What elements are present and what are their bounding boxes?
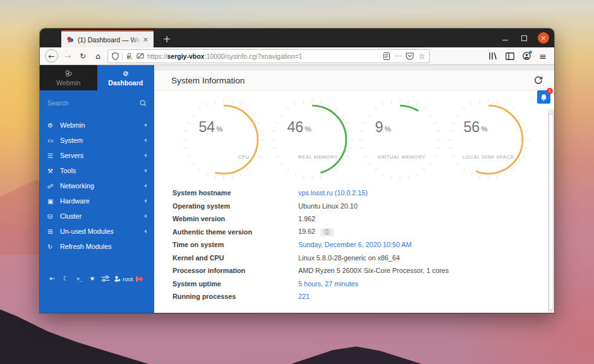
submenu-arrow-icon: [144, 154, 147, 157]
content-header: System Information: [154, 71, 554, 90]
sidebar-item-label: System: [60, 136, 144, 144]
sidebar-item-icon: ☍: [47, 183, 60, 190]
terminal-icon[interactable]: >_: [74, 274, 84, 284]
webmin-favicon-icon: [66, 36, 74, 44]
submenu-arrow-icon: [144, 214, 147, 218]
table-row: Webmin version1.962: [173, 212, 554, 226]
sidebar-item-refresh-modules[interactable]: ↻Refresh Modules: [40, 239, 154, 254]
page-actions-icon[interactable]: ⋯: [394, 52, 401, 60]
user-icon: [114, 276, 121, 282]
reader-mode-icon[interactable]: [384, 52, 390, 60]
account-icon[interactable]: [523, 52, 531, 60]
info-label: Webmin version: [173, 215, 298, 222]
browser-titlebar: (1) Dashboard — Web × + ×: [40, 28, 554, 47]
browser-window: (1) Dashboard — Web × + × ← → ↻ ⌂: [40, 28, 554, 313]
system-info-table: System hostnamevps.losst.ru (10.0.2.15)O…: [154, 181, 554, 303]
home-button[interactable]: ⌂: [92, 51, 104, 62]
tracking-shield-icon[interactable]: [112, 52, 119, 60]
table-row: Time on systemSunday, December 6, 2020 1…: [173, 238, 554, 252]
sidebar-item-icon: ▣: [47, 198, 60, 205]
tab-webmin[interactable]: Webmin: [40, 65, 97, 90]
notifications-button[interactable]: 1: [537, 90, 550, 104]
sidebar-item-label: Refresh Modules: [60, 243, 147, 250]
sidebar-item-label: Hardware: [60, 197, 144, 205]
logout-icon[interactable]: [136, 276, 144, 282]
sidebar-item-networking[interactable]: ☍Networking: [40, 178, 154, 193]
sidebar-footer: ⇤ ☾ >_ ★: [40, 274, 154, 284]
settings-sliders-icon[interactable]: [100, 276, 111, 282]
table-row: Operating systemUbuntu Linux 20.10: [173, 200, 554, 213]
refresh-icon[interactable]: [534, 76, 543, 85]
url-input[interactable]: https://sergiy-vbox:10000/sysinfo.cgi?xn…: [107, 49, 430, 63]
info-badge-button[interactable]: ⓘ: [320, 228, 334, 236]
close-window-icon[interactable]: ×: [538, 32, 549, 44]
browser-urlbar: ← → ↻ ⌂ https://sergiy-vbox:10000/sys: [40, 47, 554, 65]
bell-icon: [540, 94, 547, 101]
back-button[interactable]: ←: [45, 49, 58, 63]
gauge-label: VIRTUAL MEMORY: [377, 154, 426, 160]
tab-title: (1) Dashboard — Web: [78, 35, 141, 44]
gauge-cpu: 54%CPU: [182, 98, 265, 181]
info-label: Processor information: [173, 267, 298, 274]
gauge-label: REAL MEMORY: [298, 154, 338, 160]
permissions-icon[interactable]: [136, 52, 144, 59]
tab-dashboard[interactable]: ⊘ Dashboard: [97, 65, 155, 90]
table-row: System hostnamevps.losst.ru (10.0.2.15): [173, 186, 554, 200]
info-value: 1.962: [298, 215, 554, 222]
forward-button[interactable]: →: [62, 51, 73, 62]
sidebar-item-servers[interactable]: ☰Servers: [40, 148, 154, 163]
insecure-lock-icon[interactable]: [126, 52, 133, 60]
sidebar-menu: ⚙Webmin▭System☰Servers⚒Tools☍Networking▣…: [40, 118, 154, 254]
new-tab-button[interactable]: +: [160, 33, 174, 45]
gauge-arc: [278, 106, 346, 174]
reload-button[interactable]: ↻: [77, 51, 88, 62]
webmin-logo-icon: [64, 70, 73, 78]
info-value-link[interactable]: 5 hours, 27 minutes: [298, 280, 554, 288]
info-label: Operating system: [173, 202, 298, 210]
night-mode-icon[interactable]: ☾: [61, 274, 71, 284]
submenu-arrow-icon: [144, 123, 147, 127]
info-label: System hostname: [173, 189, 298, 197]
tab-close-icon[interactable]: ×: [141, 35, 150, 44]
gauge-value: 9%: [375, 119, 391, 135]
minimize-icon[interactable]: [500, 33, 510, 43]
sidebar-item-webmin[interactable]: ⚙Webmin: [40, 118, 154, 133]
sidebar-item-un-used-modules[interactable]: ⊞Un-used Modules: [40, 224, 154, 239]
info-label: Kernel and CPU: [173, 254, 298, 262]
info-value-link[interactable]: vps.losst.ru (10.0.2.15): [298, 189, 554, 197]
search-input[interactable]: [47, 99, 140, 107]
info-value-link[interactable]: Sunday, December 6, 2020 10:50 AM: [298, 241, 554, 248]
submenu-arrow-icon: [144, 199, 147, 203]
sidebars-icon[interactable]: [506, 52, 514, 60]
library-icon[interactable]: [488, 52, 497, 60]
info-value: 19.62ⓘ: [298, 228, 554, 236]
sidebar-item-label: Cluster: [60, 212, 144, 220]
table-row: Authentic theme version19.62ⓘ: [173, 226, 554, 239]
info-value: Linux 5.8.0-28-generic on x86_64: [298, 254, 554, 262]
sidebar-item-icon: ⛁: [47, 213, 60, 220]
collapse-sidebar-icon[interactable]: ⇤: [47, 274, 58, 284]
sidebar-item-hardware[interactable]: ▣Hardware: [40, 193, 154, 209]
gauge-value: 54%: [198, 119, 222, 135]
menu-icon[interactable]: ≡: [539, 51, 547, 61]
browser-tab[interactable]: (1) Dashboard — Web ×: [61, 30, 154, 47]
sidebar-item-cluster[interactable]: ⛁Cluster: [40, 209, 154, 224]
window-controls: ×: [500, 28, 549, 47]
sidebar-item-system[interactable]: ▭System: [40, 133, 154, 148]
maximize-icon[interactable]: [519, 33, 529, 43]
search-icon[interactable]: [140, 100, 147, 107]
current-user[interactable]: root: [114, 276, 133, 282]
sidebar-item-tools[interactable]: ⚒Tools: [40, 163, 154, 178]
sidebar-item-icon: ⊞: [47, 228, 60, 235]
submenu-arrow-icon: [144, 229, 147, 233]
page-title: System Information: [171, 76, 534, 85]
favorites-icon[interactable]: ★: [87, 274, 97, 284]
gauge-virtual-memory: 9%VIRTUAL MEMORY: [358, 98, 442, 181]
pocket-icon[interactable]: [406, 52, 414, 60]
info-label: Running processes: [173, 293, 298, 300]
bookmark-star-icon[interactable]: ☆: [418, 52, 425, 61]
content-scrollbar[interactable]: [548, 109, 554, 313]
info-value-link[interactable]: 221: [298, 293, 554, 300]
sidebar-item-label: Networking: [60, 182, 144, 190]
scrollbar-thumb[interactable]: [549, 114, 554, 310]
